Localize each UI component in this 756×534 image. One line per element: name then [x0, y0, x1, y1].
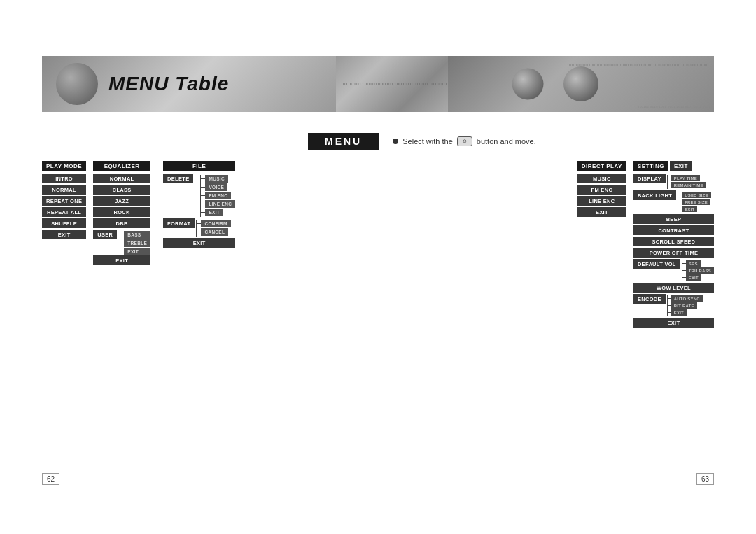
setting-vol-exit[interactable]: EXIT	[686, 274, 701, 281]
setting-encode[interactable]: ENCODE	[634, 294, 666, 304]
setting-exit-label[interactable]: EXIT	[670, 161, 692, 171]
play-mode-section: PLAY MODE INTRO NORMAL REPEAT ONE REPEAT…	[42, 161, 86, 241]
file-format[interactable]: FORMAT	[163, 218, 195, 228]
play-mode-repeat-all[interactable]: REPEAT ALL	[42, 207, 86, 217]
equalizer-section: EQUALIZER NORMAL CLASS JAZZ ROCK DBB USE…	[93, 161, 150, 267]
eq-dbb[interactable]: DBB	[93, 218, 150, 228]
file-format-confirm[interactable]: CONFIRM	[201, 220, 230, 227]
eq-jazz[interactable]: JAZZ	[93, 196, 150, 206]
play-mode-normal[interactable]: NORMAL	[42, 185, 86, 195]
play-mode-exit[interactable]: EXIT	[42, 230, 86, 239]
equalizer-label: EQUALIZER	[93, 161, 150, 171]
header-left: MENU Table	[42, 56, 336, 112]
file-delete[interactable]: DELETE	[163, 174, 193, 183]
file-delete-voice[interactable]: VOICE	[205, 183, 227, 191]
jog-wheel-icon: ⊙	[457, 136, 472, 146]
eq-class[interactable]: CLASS	[93, 185, 150, 195]
setting-power-off-time[interactable]: POWER OFF TIME	[634, 248, 714, 258]
menu-header: MENU Select with the ⊙ button and move.	[42, 133, 714, 150]
eq-bass[interactable]: BASS	[124, 231, 150, 239]
menu-title: MENU	[308, 133, 379, 150]
dp-exit[interactable]: EXIT	[578, 207, 626, 217]
setting-back-light[interactable]: BACK LIGHT	[634, 190, 676, 200]
bullet-dot	[393, 139, 398, 144]
dp-music[interactable]: MUSIC	[578, 174, 626, 183]
setting-bl-used-size[interactable]: USED SIZE	[682, 192, 710, 198]
file-format-cancel[interactable]: CANCEL	[201, 228, 228, 236]
setting-tru-bass[interactable]: TRU BASS	[686, 267, 714, 274]
setting-beep[interactable]: BEEP	[634, 214, 714, 224]
setting-bl-exit[interactable]: EXIT	[682, 206, 697, 212]
play-mode-label: PLAY MODE	[42, 161, 86, 171]
setting-encode-exit[interactable]: EXIT	[671, 309, 687, 316]
play-mode-intro[interactable]: INTRO	[42, 174, 86, 183]
eq-exit[interactable]: EXIT	[93, 255, 150, 265]
play-mode-shuffle[interactable]: SHUFFLE	[42, 218, 86, 228]
setting-bit-rate[interactable]: BIT RATE	[671, 302, 697, 309]
menu-instruction: Select with the ⊙ button and move.	[393, 136, 536, 146]
setting-auto-sync[interactable]: AUTO SYNC	[671, 295, 703, 302]
setting-default-vol[interactable]: DEFAULT VOL	[634, 259, 680, 269]
eq-rock[interactable]: ROCK	[93, 207, 150, 217]
setting-section: SETTING EXIT DISPLAY PLAY TIME REMAIN TI…	[634, 161, 714, 329]
setting-sbs[interactable]: SBS	[686, 260, 701, 267]
page-number-right: 63	[696, 473, 714, 485]
file-exit[interactable]: EXIT	[163, 238, 235, 248]
setting-display-play-time[interactable]: PLAY TIME	[671, 175, 700, 181]
setting-display[interactable]: DISPLAY	[634, 174, 666, 183]
header-data-strip: 0100101100101000101100101010100110100010…	[336, 56, 448, 112]
eq-normal[interactable]: NORMAL	[93, 174, 150, 183]
setting-exit[interactable]: EXIT	[634, 318, 714, 328]
play-mode-repeat-one[interactable]: REPEAT ONE	[42, 196, 86, 206]
file-delete-music[interactable]: MUSIC	[205, 175, 227, 183]
menu-tree: PLAY MODE INTRO NORMAL REPEAT ONE REPEAT…	[42, 161, 714, 329]
header-title: MENU Table	[108, 73, 229, 95]
file-delete-line-enc[interactable]: LINE ENC	[205, 200, 235, 208]
setting-bl-free-size[interactable]: FREE SIZE	[682, 199, 710, 205]
eq-user[interactable]: USER	[93, 230, 117, 239]
page-number-left: 62	[42, 473, 59, 485]
dp-line-enc[interactable]: LINE ENC	[578, 196, 626, 206]
setting-wow-level[interactable]: WOW LEVEL	[634, 283, 714, 293]
setting-contrast[interactable]: CONTRAST	[634, 225, 714, 235]
file-delete-exit[interactable]: EXIT	[205, 209, 223, 216]
main-content: MENU Select with the ⊙ button and move. …	[42, 133, 714, 492]
direct-play-section: DIRECT PLAY MUSIC FM ENC LINE ENC EXIT	[578, 161, 626, 218]
header-right-decoration: 1010101001100101010100010100110101101001…	[448, 56, 714, 112]
file-label: FILE	[163, 161, 235, 171]
dp-fm-enc[interactable]: FM ENC	[578, 185, 626, 195]
eq-user-exit[interactable]: EXIT	[124, 248, 150, 255]
eq-treble[interactable]: TREBLE	[124, 239, 150, 247]
file-delete-fm-enc[interactable]: FM ENC	[205, 192, 231, 199]
header-banner: MENU Table 01001011001010001011001010101…	[42, 56, 714, 112]
file-section: FILE DELETE MUSIC VOICE FM ENC LINE ENC …	[163, 161, 235, 249]
setting-label: SETTING	[634, 161, 668, 171]
setting-display-remain-time[interactable]: REMAIN TIME	[671, 182, 706, 188]
setting-scroll-speed[interactable]: SCROLL SPEED	[634, 237, 714, 246]
header-circle-decoration	[56, 63, 98, 105]
direct-play-label: DIRECT PLAY	[578, 161, 626, 171]
